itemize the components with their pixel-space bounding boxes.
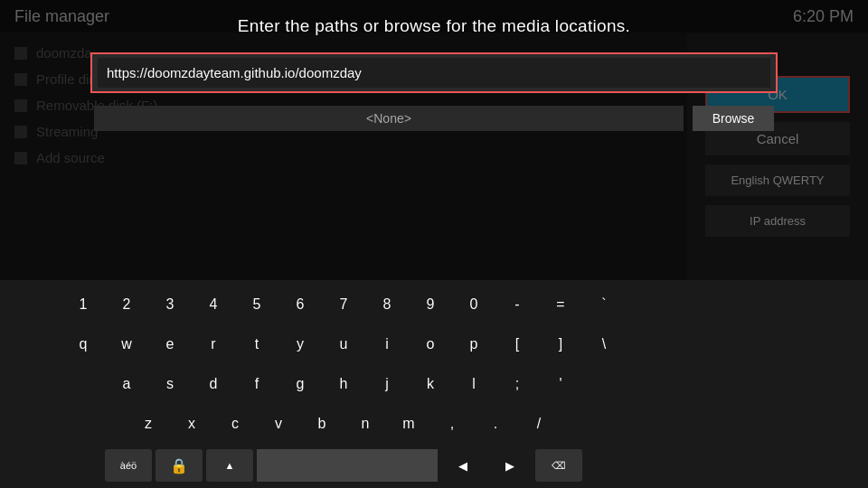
key-comma[interactable]: , [430, 406, 474, 442]
key-0[interactable]: 0 [452, 286, 495, 323]
keyboard-row-zxcv: z x c v b n m , . / [127, 406, 561, 442]
key-9[interactable]: 9 [409, 286, 452, 323]
key-6[interactable]: 6 [278, 286, 322, 323]
key-b[interactable]: b [300, 406, 344, 442]
right-arrow-key[interactable]: ▶ [488, 449, 532, 482]
space-key[interactable] [257, 449, 438, 482]
key-o[interactable]: o [409, 326, 452, 362]
dialog-overlay: Enter the paths or browse for the media … [0, 0, 868, 280]
dialog-instruction: Enter the paths or browse for the media … [238, 16, 630, 36]
key-backtick[interactable]: ` [582, 286, 626, 323]
key-5[interactable]: 5 [235, 286, 278, 323]
keyboard-row-asdf: a s d f g h j k l ; ' [105, 366, 582, 402]
key-p[interactable]: p [452, 326, 495, 362]
key-equals[interactable]: = [539, 286, 582, 323]
key-period[interactable]: . [474, 406, 517, 442]
key-x[interactable]: x [170, 406, 213, 442]
key-a[interactable]: a [105, 366, 148, 402]
key-c[interactable]: c [213, 406, 257, 442]
emoji-button[interactable]: 🔒 [156, 449, 203, 482]
key-r[interactable]: r [192, 326, 235, 362]
key-8[interactable]: 8 [365, 286, 409, 323]
key-w[interactable]: w [105, 326, 148, 362]
url-input[interactable] [98, 58, 770, 88]
key-z[interactable]: z [127, 406, 170, 442]
key-rbracket[interactable]: ] [539, 326, 582, 362]
backspace-key[interactable]: ⌫ [535, 449, 582, 482]
key-7[interactable]: 7 [322, 286, 365, 323]
key-1[interactable]: 1 [61, 286, 105, 323]
key-d[interactable]: d [192, 366, 235, 402]
none-label: <None> [94, 106, 684, 131]
key-backslash[interactable]: \ [582, 326, 626, 362]
key-l[interactable]: l [452, 366, 495, 402]
key-semicolon[interactable]: ; [495, 366, 539, 402]
key-i[interactable]: i [365, 326, 409, 362]
key-u[interactable]: u [322, 326, 365, 362]
key-v[interactable]: v [257, 406, 300, 442]
keyboard-row-numbers: 1 2 3 4 5 6 7 8 9 0 - = ` [61, 286, 626, 323]
browse-row: <None> Browse [90, 106, 778, 131]
key-y[interactable]: y [278, 326, 322, 362]
left-arrow-key[interactable]: ◀ [441, 449, 485, 482]
key-3[interactable]: 3 [148, 286, 192, 323]
key-f[interactable]: f [235, 366, 278, 402]
browse-button[interactable]: Browse [693, 106, 774, 131]
key-t[interactable]: t [235, 326, 278, 362]
key-n[interactable]: n [344, 406, 387, 442]
key-4[interactable]: 4 [192, 286, 235, 323]
key-2[interactable]: 2 [105, 286, 148, 323]
special-chars-button[interactable]: àéö [105, 449, 152, 482]
url-input-container [90, 52, 778, 93]
key-slash[interactable]: / [517, 406, 561, 442]
keyboard-toolbar: àéö 🔒 ▲ ◀ ▶ ⌫ [105, 449, 582, 482]
key-minus[interactable]: - [495, 286, 539, 323]
key-q[interactable]: q [61, 326, 105, 362]
key-quote[interactable]: ' [539, 366, 582, 402]
key-lbracket[interactable]: [ [495, 326, 539, 362]
keyboard: 1 2 3 4 5 6 7 8 9 0 - = ` q w e r t y u … [0, 280, 687, 488]
key-g[interactable]: g [278, 366, 322, 402]
keyboard-row-qwerty: q w e r t y u i o p [ ] \ [61, 326, 626, 362]
key-e[interactable]: e [148, 326, 192, 362]
key-k[interactable]: k [409, 366, 452, 402]
key-m[interactable]: m [387, 406, 430, 442]
shift-button[interactable]: ▲ [206, 449, 253, 482]
key-h[interactable]: h [322, 366, 365, 402]
key-j[interactable]: j [365, 366, 409, 402]
key-s[interactable]: s [148, 366, 192, 402]
